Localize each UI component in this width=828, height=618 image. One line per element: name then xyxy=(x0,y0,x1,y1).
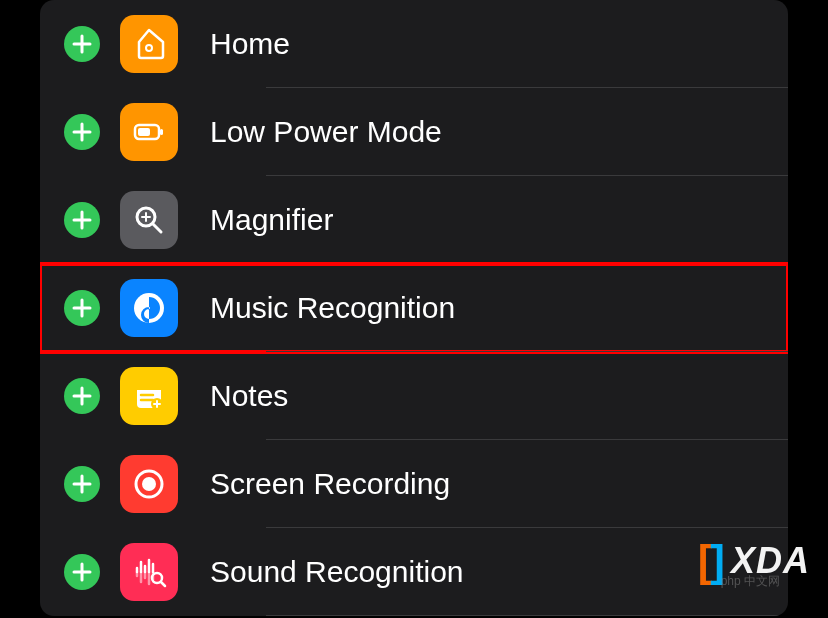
screen-recording-icon xyxy=(120,455,178,513)
list-item[interactable]: Home xyxy=(40,0,788,88)
add-button[interactable] xyxy=(64,26,100,62)
item-label: Screen Recording xyxy=(210,467,788,501)
add-button[interactable] xyxy=(64,202,100,238)
list-item[interactable]: Music Recognition xyxy=(40,264,788,352)
magnifier-icon xyxy=(120,191,178,249)
low-power-icon xyxy=(120,103,178,161)
item-label: Music Recognition xyxy=(210,291,788,325)
sound-recognition-icon xyxy=(120,543,178,601)
list-item[interactable]: Magnifier xyxy=(40,176,788,264)
plus-icon xyxy=(72,298,92,318)
list-item[interactable]: Notes xyxy=(40,352,788,440)
control-center-more-controls-list: Home Low Power Mode Magnifier Music Reco… xyxy=(40,0,788,616)
svg-point-10 xyxy=(142,477,156,491)
item-label: Notes xyxy=(210,379,788,413)
plus-icon xyxy=(72,34,92,54)
plus-icon xyxy=(72,474,92,494)
add-button[interactable] xyxy=(64,290,100,326)
plus-icon xyxy=(72,210,92,230)
svg-rect-7 xyxy=(137,384,161,390)
plus-icon xyxy=(72,386,92,406)
plus-icon xyxy=(72,122,92,142)
add-button[interactable] xyxy=(64,114,100,150)
plus-icon xyxy=(72,562,92,582)
notes-icon xyxy=(120,367,178,425)
watermark-bracket-icon: [] xyxy=(698,536,723,586)
list-item[interactable]: Screen Recording xyxy=(40,440,788,528)
svg-rect-2 xyxy=(138,128,150,136)
item-label: Magnifier xyxy=(210,203,788,237)
music-recognition-icon xyxy=(120,279,178,337)
list-item[interactable]: Sound Recognition xyxy=(40,528,788,616)
svg-point-0 xyxy=(146,45,152,51)
item-label: Low Power Mode xyxy=(210,115,788,149)
list-item[interactable]: Low Power Mode xyxy=(40,88,788,176)
watermark-subtext: php 中文网 xyxy=(721,573,780,590)
home-icon xyxy=(120,15,178,73)
add-button[interactable] xyxy=(64,554,100,590)
svg-rect-3 xyxy=(160,129,163,135)
add-button[interactable] xyxy=(64,466,100,502)
item-label: Home xyxy=(210,27,788,61)
add-button[interactable] xyxy=(64,378,100,414)
